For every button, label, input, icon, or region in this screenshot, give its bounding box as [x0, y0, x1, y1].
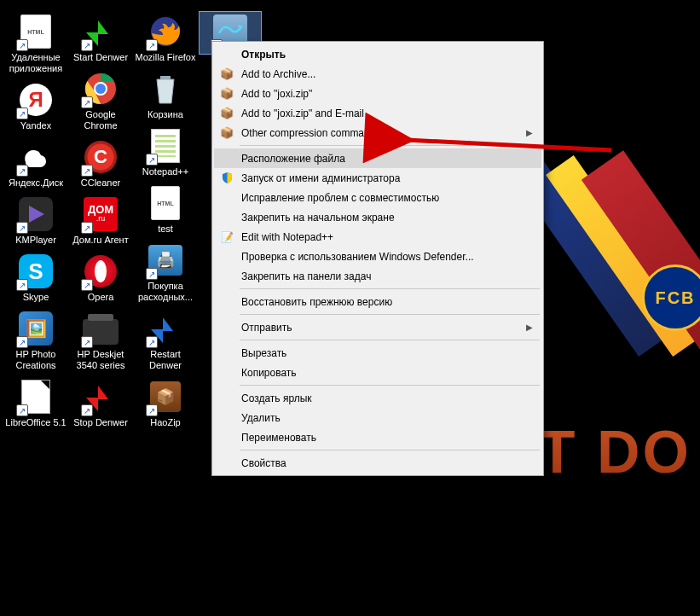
svg-rect-5 [160, 76, 171, 79]
desktop-icon-notepadpp[interactable]: ↗Notepad++ [135, 126, 196, 179]
desktop-icon-recyclebin[interactable]: Корзина [135, 69, 196, 122]
shortcut-overlay-icon: ↗ [16, 336, 28, 348]
desktop-icon-label: Start Denwer [73, 52, 128, 63]
desktop-icon-label: Покупка расходных... [135, 281, 196, 303]
menu-item-defender[interactable]: Проверка с использованием Windows Defend… [214, 247, 541, 266]
menu-separator [240, 450, 540, 450]
desktop-icon-label: HaoZip [150, 417, 180, 428]
menu-item-label: Проверка с использованием Windows Defend… [241, 251, 474, 263]
menu-item-runasadmin[interactable]: Запуск от имени администратора [214, 168, 541, 188]
desktop-icon-deleted-apps[interactable]: HTML↗Удаленные приложения [5, 12, 67, 76]
desktop-icon-hpdeskjet[interactable]: ↗HP Deskjet 3540 series [70, 309, 131, 373]
menu-item-joxizip[interactable]: 📦Add to "joxi.zip" [214, 84, 541, 103]
context-menu[interactable]: Открыть📦Add to Archive...📦Add to "joxi.z… [211, 41, 544, 476]
menu-item-open[interactable]: Открыть [214, 44, 541, 64]
menu-item-label: Add to "joxi.zip" and E-mail [241, 108, 364, 119]
desktop-icon-libreoffice[interactable]: ↗LibreOffice 5.1 [5, 377, 67, 430]
desktop-icon-label: HP Deskjet 3540 series [70, 349, 131, 371]
menu-item-othercomp[interactable]: 📦Other compression commands▶ [214, 123, 541, 142]
menu-item-copy[interactable]: Копировать [214, 363, 541, 382]
menu-item-archive[interactable]: 📦Add to Archive... [214, 64, 541, 84]
desktop-icon-skype[interactable]: S↗Skype [5, 252, 67, 305]
opera-icon: ↗ [83, 253, 119, 289]
menu-item-shortcut[interactable]: Создать ярлык [214, 388, 541, 408]
archive-icon: 📦 [219, 106, 234, 121]
deleted-apps-icon: HTML↗ [18, 14, 54, 49]
shortcut-overlay-icon: ↗ [81, 404, 93, 416]
menu-separator [240, 145, 540, 146]
shortcut-overlay-icon: ↗ [81, 279, 93, 291]
shortcut-overlay-icon: ↗ [16, 279, 28, 291]
notepad-icon: 📝 [219, 230, 234, 245]
haozip-icon: 📦↗ [148, 379, 183, 415]
domru-icon: ДОМ.ru↗ [83, 196, 119, 232]
shortcut-overlay-icon: ↗ [16, 404, 28, 416]
desktop-icon-label: Opera [88, 292, 114, 303]
desktop-icon-label: HP Photo Creations [5, 349, 67, 371]
firefox-icon: ↗ [148, 14, 183, 49]
skype-icon: S↗ [18, 253, 54, 289]
ccleaner-icon: C↗ [83, 139, 119, 175]
libreoffice-icon: ↗ [18, 379, 54, 415]
desktop-icon-label: Google Chrome [70, 109, 131, 131]
svg-point-3 [95, 84, 106, 94]
desktop-icon-label: Notepad++ [142, 166, 188, 177]
desktop-icon-rashod[interactable]: 🖨️↗Покупка расходных... [135, 241, 196, 305]
desktop-icon-haozip[interactable]: 📦↗HaoZip [135, 377, 196, 430]
desktop-icon-startdenwer[interactable]: ↗Start Denwer [70, 12, 131, 65]
desktop-icon-label: Restart Denwer [135, 349, 196, 371]
menu-item-compat[interactable]: Исправление проблем с совместимостью [214, 188, 541, 207]
stopdenwer-icon: ↗ [83, 379, 119, 415]
desktop-icon-label: Яндекс.Диск [9, 177, 63, 189]
menu-item-sendto[interactable]: Отправить▶ [214, 317, 541, 337]
menu-item-pintaskbar[interactable]: Закрепить на панели задач [214, 266, 541, 286]
menu-item-label: Add to "joxi.zip" [241, 88, 312, 100]
desktop-icon-test[interactable]: HTMLtest [135, 183, 196, 236]
submenu-arrow-icon: ▶ [526, 323, 533, 332]
menu-item-editnpp[interactable]: 📝Edit with Notepad++ [214, 227, 541, 247]
menu-item-delete[interactable]: Удалить [214, 408, 541, 427]
hpdeskjet-icon: ↗ [83, 311, 119, 346]
desktop-icon-restartdenwer[interactable]: ↗Restart Denwer [135, 309, 196, 373]
menu-item-label: Восстановить прежнюю версию [241, 296, 392, 308]
menu-item-label: Удалить [241, 412, 281, 424]
shortcut-overlay-icon: ↗ [16, 165, 28, 177]
shortcut-overlay-icon: ↗ [146, 268, 158, 280]
menu-item-props[interactable]: Свойства [214, 453, 541, 473]
menu-separator [240, 314, 540, 315]
desktop-icon-kmplayer[interactable]: ↗KMPlayer [5, 195, 67, 247]
desktop-icon-hpphoto[interactable]: 🖼️↗HP Photo Creations [5, 309, 67, 373]
desktop-icon-label: Skype [23, 292, 49, 303]
desktop-icon-chrome[interactable]: ↗Google Chrome [70, 69, 131, 133]
menu-item-label: Исправление проблем с совместимостью [241, 192, 439, 204]
shortcut-overlay-icon: ↗ [81, 336, 93, 348]
menu-separator [240, 385, 540, 386]
desktop-icon-opera[interactable]: ↗Opera [70, 252, 131, 305]
shortcut-overlay-icon: ↗ [16, 108, 28, 119]
menu-item-cut[interactable]: Вырезать [214, 343, 541, 363]
menu-item-pinstart[interactable]: Закрепить на начальном экране [214, 207, 541, 227]
desktop-icon-stopdenwer[interactable]: ↗Stop Denwer [70, 377, 131, 430]
desktop-icon-label: Stop Denwer [73, 417, 128, 428]
shortcut-overlay-icon: ↗ [81, 165, 93, 177]
shortcut-overlay-icon: ↗ [81, 39, 93, 51]
menu-item-label: Вырезать [241, 347, 286, 359]
desktop-icon-firefox[interactable]: ↗Mozilla Firefox [135, 12, 196, 65]
menu-item-restore[interactable]: Восстановить прежнюю версию [214, 292, 541, 311]
menu-item-location[interactable]: Расположение файла [214, 148, 541, 168]
shortcut-overlay-icon: ↗ [146, 39, 158, 51]
desktop-icon-label: Корзина [148, 109, 183, 120]
menu-item-label: Отправить [241, 322, 292, 334]
menu-item-label: Add to Archive... [241, 68, 315, 80]
desktop-icon-ccleaner[interactable]: C↗CCleaner [70, 137, 131, 190]
chrome-icon: ↗ [83, 71, 119, 107]
menu-item-label: Открыть [241, 49, 286, 61]
kmplayer-icon: ↗ [18, 196, 54, 232]
desktop-icon-yandex[interactable]: Я↗Yandex [5, 80, 67, 133]
menu-item-rename[interactable]: Переименовать [214, 427, 541, 447]
menu-item-joxizipemail[interactable]: 📦Add to "joxi.zip" and E-mail [214, 103, 541, 123]
desktop-icon-yandexdisk[interactable]: ↗Яндекс.Диск [5, 137, 67, 190]
menu-item-label: Закрепить на начальном экране [241, 212, 395, 224]
desktop-icon-domru[interactable]: ДОМ.ru↗Дом.ru Агент [70, 195, 131, 247]
archive-icon: 📦 [219, 125, 234, 141]
